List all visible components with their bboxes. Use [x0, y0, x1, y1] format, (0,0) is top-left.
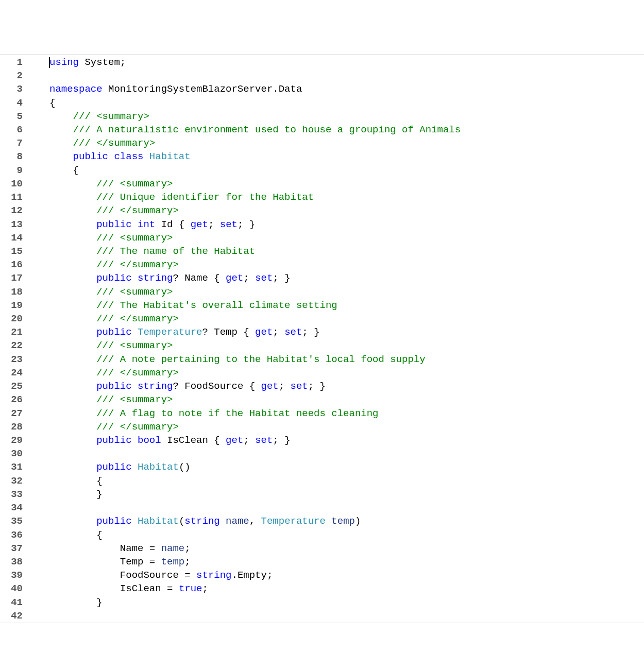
code-line[interactable]: {	[49, 474, 644, 488]
line-number: 30	[0, 447, 23, 460]
code-line[interactable]: /// <summary>	[49, 110, 644, 123]
line-number: 12	[0, 204, 23, 217]
code-line[interactable]: /// <summary>	[49, 177, 644, 191]
line-number: 23	[0, 353, 23, 366]
line-number: 37	[0, 542, 23, 555]
line-number: 2	[0, 69, 23, 82]
code-line[interactable]: Name = name;	[49, 542, 644, 555]
code-line[interactable]	[49, 69, 644, 82]
line-number: 1	[0, 56, 23, 69]
code-area[interactable]: using System; namespace MonitoringSystem…	[30, 56, 644, 623]
line-number: 32	[0, 474, 23, 488]
line-number: 4	[0, 96, 23, 110]
line-number: 33	[0, 488, 23, 501]
line-number: 6	[0, 123, 23, 136]
code-line[interactable]	[49, 609, 644, 623]
code-line[interactable]: /// A flag to note if the Habitat needs …	[49, 407, 644, 420]
code-line[interactable]: public Habitat()	[49, 460, 644, 474]
line-number: 15	[0, 245, 23, 258]
code-line[interactable]: public class Habitat	[49, 150, 644, 163]
code-line[interactable]: /// <summary>	[49, 231, 644, 245]
line-number: 13	[0, 218, 23, 231]
line-number: 5	[0, 110, 23, 123]
code-line[interactable]: /// </summary>	[49, 204, 644, 217]
code-line[interactable]: /// </summary>	[49, 366, 644, 380]
code-line[interactable]: /// </summary>	[49, 136, 644, 150]
line-number: 9	[0, 164, 23, 177]
line-number: 22	[0, 339, 23, 352]
line-number: 8	[0, 150, 23, 163]
line-number: 38	[0, 555, 23, 569]
code-line[interactable]: /// The Habitat's overall climate settin…	[49, 299, 644, 312]
line-number: 34	[0, 501, 23, 514]
line-number-gutter: 1234567891011121314151617181920212223242…	[0, 56, 30, 623]
code-line[interactable]: /// The name of the Habitat	[49, 245, 644, 258]
line-number: 42	[0, 609, 23, 623]
code-line[interactable]: IsClean = true;	[49, 582, 644, 595]
code-line[interactable]: public Habitat(string name, Temperature …	[49, 514, 644, 528]
line-number: 29	[0, 434, 23, 447]
line-number: 28	[0, 420, 23, 434]
line-number: 26	[0, 393, 23, 406]
line-number: 36	[0, 528, 23, 542]
line-number: 7	[0, 136, 23, 150]
code-line[interactable]: public Temperature? Temp { get; set; }	[49, 325, 644, 339]
code-line[interactable]: /// </summary>	[49, 420, 644, 434]
text-cursor	[49, 57, 50, 68]
code-line[interactable]: }	[49, 596, 644, 609]
code-line[interactable]: /// A note pertaining to the Habitat's l…	[49, 353, 644, 366]
code-line[interactable]: using System;	[49, 56, 644, 69]
line-number: 17	[0, 271, 23, 285]
line-number: 35	[0, 514, 23, 528]
line-number: 27	[0, 407, 23, 420]
code-line[interactable]: /// <summary>	[49, 393, 644, 406]
code-line[interactable]: public int Id { get; set; }	[49, 218, 644, 231]
line-number: 18	[0, 285, 23, 299]
code-editor[interactable]: 1234567891011121314151617181920212223242…	[0, 54, 644, 623]
line-number: 14	[0, 231, 23, 245]
line-number: 25	[0, 380, 23, 393]
line-number: 11	[0, 191, 23, 204]
line-number: 19	[0, 299, 23, 312]
line-number: 3	[0, 82, 23, 96]
line-number: 41	[0, 596, 23, 609]
code-line[interactable]	[49, 501, 644, 514]
code-line[interactable]: {	[49, 528, 644, 542]
code-line[interactable]: /// </summary>	[49, 312, 644, 325]
code-line[interactable]: /// Unique identifier for the Habitat	[49, 191, 644, 204]
line-number: 16	[0, 258, 23, 271]
line-number: 40	[0, 582, 23, 595]
code-line[interactable]: /// </summary>	[49, 258, 644, 271]
code-line[interactable]: namespace MonitoringSystemBlazorServer.D…	[49, 82, 644, 96]
line-number: 10	[0, 177, 23, 191]
code-line[interactable]: public string? FoodSource { get; set; }	[49, 380, 644, 393]
code-line[interactable]: /// <summary>	[49, 339, 644, 352]
code-line[interactable]: {	[49, 164, 644, 177]
code-line[interactable]: Temp = temp;	[49, 555, 644, 569]
line-number: 39	[0, 569, 23, 582]
code-line[interactable]: /// A naturalistic environment used to h…	[49, 123, 644, 136]
code-line[interactable]: }	[49, 488, 644, 501]
code-line[interactable]: public string? Name { get; set; }	[49, 271, 644, 285]
line-number: 20	[0, 312, 23, 325]
code-line[interactable]: FoodSource = string.Empty;	[49, 569, 644, 582]
code-line[interactable]: {	[49, 96, 644, 110]
line-number: 31	[0, 460, 23, 474]
code-line[interactable]: /// <summary>	[49, 285, 644, 299]
code-line[interactable]	[49, 447, 644, 460]
line-number: 21	[0, 325, 23, 339]
code-line[interactable]: public bool IsClean { get; set; }	[49, 434, 644, 447]
line-number: 24	[0, 366, 23, 380]
